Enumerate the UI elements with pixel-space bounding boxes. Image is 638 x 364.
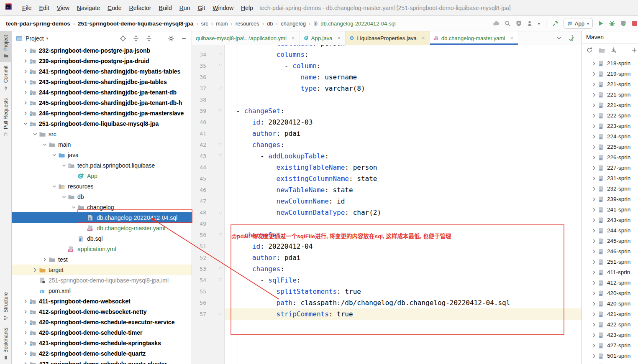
chevron-right-icon[interactable]: [590, 196, 598, 203]
breadcrumb-item[interactable]: db: [267, 20, 273, 27]
maven-item[interactable]: m246-sprin: [582, 246, 638, 257]
line-number[interactable]: 56: [192, 300, 206, 306]
chevron-right-icon[interactable]: [590, 342, 598, 349]
close-icon[interactable]: [291, 36, 296, 41]
chevron-right-icon[interactable]: [590, 227, 598, 234]
code-line[interactable]: 52 author: pdai: [192, 252, 582, 263]
maven-item[interactable]: m427-sprin: [582, 340, 638, 351]
chevron-right-icon[interactable]: [590, 186, 598, 192]
search-loupe-icon[interactable]: [504, 20, 511, 27]
chevron-right-icon[interactable]: [31, 267, 39, 273]
run-configuration-select[interactable]: App ▾: [564, 18, 593, 29]
tree-row[interactable]: 422-springboot-demo-schedule-quartz: [12, 348, 192, 359]
stripe-item-bookmarks[interactable]: Bookmarks: [0, 324, 12, 364]
code-line[interactable]: 44 existingTableName: person: [192, 162, 582, 173]
tree-row[interactable]: 232-springboot-demo-postgre-jpa-jsonb: [12, 45, 192, 56]
chevron-right-icon[interactable]: [590, 112, 598, 119]
locate-icon[interactable]: [120, 35, 126, 42]
tree-row[interactable]: YMLapplication.yml: [12, 244, 192, 254]
line-number[interactable]: 39: [192, 108, 206, 114]
chevron-down-icon[interactable]: [556, 35, 562, 41]
maven-item[interactable]: m251-sprin: [582, 257, 638, 267]
folder-sync-icon[interactable]: [598, 47, 605, 53]
tree-row[interactable]: target: [12, 265, 192, 275]
maven-item[interactable]: m225-sprin: [582, 142, 638, 152]
line-number[interactable]: 42: [192, 142, 206, 148]
build-hammer-icon[interactable]: [552, 20, 559, 27]
line-number[interactable]: 54: [192, 277, 206, 283]
maven-item[interactable]: m224-sprin: [582, 131, 638, 142]
tree-row[interactable]: 245-springboot-demo-shardingjdbc-jpa-ten…: [12, 97, 192, 108]
maven-item[interactable]: m219-sprin: [582, 69, 638, 79]
hide-panel-icon[interactable]: [181, 35, 187, 42]
maven-item[interactable]: m421-sprin: [582, 309, 638, 319]
fold-open-icon[interactable]: [206, 233, 225, 238]
tree-row[interactable]: src: [12, 129, 192, 139]
debug-bug-icon[interactable]: [609, 20, 615, 27]
menu-item-help[interactable]: Help: [237, 5, 257, 11]
maven-item[interactable]: m223-sprin: [582, 121, 638, 131]
tree-row[interactable]: 243-springboot-demo-shardingjdbc-jpa-tab…: [12, 76, 192, 87]
fold-open-icon[interactable]: [206, 52, 225, 57]
chevron-right-icon[interactable]: [22, 350, 29, 357]
gear-icon[interactable]: [168, 35, 174, 42]
chevron-right-icon[interactable]: [590, 290, 598, 297]
maven-item[interactable]: m231-sprin: [582, 173, 638, 183]
menu-item-navigate[interactable]: Navigate: [73, 5, 104, 11]
line-number[interactable]: 50: [192, 232, 206, 238]
menu-item-build[interactable]: Build: [155, 5, 176, 11]
line-number[interactable]: 34: [192, 51, 206, 58]
editor-tab[interactable]: CApp.java: [300, 31, 346, 45]
fold-open-icon[interactable]: [206, 64, 225, 69]
maven-item[interactable]: m221-sprin: [582, 89, 638, 100]
chevron-right-icon[interactable]: [590, 353, 598, 359]
code-line[interactable]: 47 newColumnName: id: [192, 196, 582, 207]
maven-item[interactable]: m420-sprin: [582, 288, 638, 298]
fold-close-icon[interactable]: [206, 312, 225, 317]
maven-item[interactable]: m232-sprin: [582, 183, 638, 194]
maven-item[interactable]: m422-sprin: [582, 319, 638, 330]
fold-close-icon[interactable]: [206, 210, 225, 215]
code-area[interactable]: 33 tableName: person34 columns:35 - colu…: [192, 45, 582, 364]
maven-item[interactable]: m243-sprin: [582, 215, 638, 225]
editor-tab[interactable]: CLiquibaseProperties.java: [346, 31, 430, 45]
download-icon[interactable]: [610, 47, 617, 53]
tree-row[interactable]: 412-springboot-demo-websocket-netty: [12, 306, 192, 317]
tree-row[interactable]: 241-springboot-demo-shardingjdbc-mybatis…: [12, 66, 192, 76]
maven-item[interactable]: m227-sprin: [582, 163, 638, 173]
tree-row[interactable]: YMLdb.changelog-master.yaml: [12, 223, 192, 233]
tree-row[interactable]: 239-springboot-demo-postgre-jpa-druid: [12, 56, 192, 66]
code-line[interactable]: 42 changes:: [192, 139, 582, 150]
maven-item[interactable]: m241-sprin: [582, 204, 638, 215]
tree-row[interactable]: 423-springboot-demo-schedule-quartz-clus…: [12, 359, 192, 364]
chevron-right-icon[interactable]: [590, 259, 598, 265]
tree-row[interactable]: 421-springboot-demo-schedule-springtasks: [12, 338, 192, 348]
editor-tab[interactable]: quibase-mysql8-jpa\...\application.yml: [192, 31, 300, 45]
chevron-right-icon[interactable]: [590, 175, 598, 182]
chevron-right-icon[interactable]: [590, 217, 598, 224]
menu-item-edit[interactable]: Edit: [36, 5, 53, 11]
chevron-right-icon[interactable]: [590, 238, 598, 244]
tree-row[interactable]: 420-springboot-demo-schedule-executor-se…: [12, 317, 192, 327]
line-number[interactable]: 46: [192, 187, 206, 193]
chevron-right-icon[interactable]: [22, 298, 29, 305]
chevron-down-icon[interactable]: [22, 120, 29, 127]
chevron-right-icon[interactable]: [590, 269, 598, 276]
chevron-right-icon[interactable]: [22, 319, 29, 326]
line-number[interactable]: 51: [192, 243, 206, 249]
chevron-right-icon[interactable]: [22, 308, 29, 315]
tree-row[interactable]: db.sql: [12, 233, 192, 244]
code-line[interactable]: 49: [192, 218, 582, 229]
maven-item[interactable]: m245-sprin: [582, 236, 638, 246]
chevron-down-icon[interactable]: [32, 130, 38, 138]
line-number[interactable]: 52: [192, 255, 206, 261]
stop-button[interactable]: [631, 20, 638, 27]
chevron-right-icon[interactable]: [22, 68, 29, 75]
cloud-icon[interactable]: [493, 20, 500, 27]
chevron-down-icon[interactable]: ▾: [538, 21, 540, 26]
chevron-right-icon[interactable]: [590, 60, 598, 67]
line-number[interactable]: 40: [192, 119, 206, 125]
maven-item[interactable]: m218-sprin: [582, 58, 638, 69]
code-line[interactable]: 46 newTableName: state: [192, 184, 582, 196]
chevron-right-icon[interactable]: [590, 92, 598, 98]
